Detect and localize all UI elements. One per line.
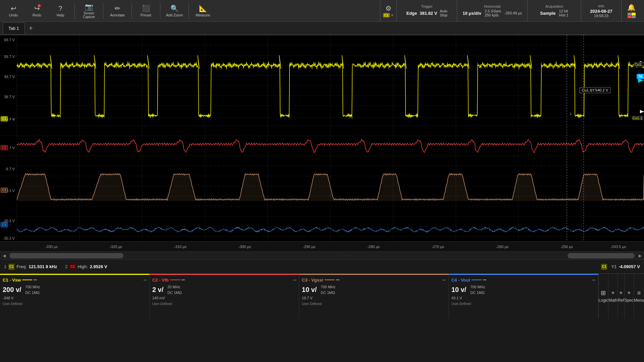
help-icon: ? <box>58 5 62 12</box>
ref-button[interactable]: + Ref <box>618 274 625 318</box>
preset-icon: ⬛ <box>142 4 150 12</box>
ch2-side-label[interactable]: C2 <box>1 145 8 150</box>
annotate-button[interactable]: ✏ Annotate <box>107 1 128 20</box>
info-title: Info <box>598 4 604 8</box>
cursor-up-arrow: ↑ <box>570 62 572 67</box>
separator <box>74 3 75 19</box>
settings-button[interactable]: ⚙ C1 ▼ <box>380 0 397 22</box>
trigger-type: Edge <box>406 11 417 16</box>
acquisition-title: Acquisition <box>545 4 563 8</box>
info-datetime: 2024-08-27 <box>590 9 612 14</box>
scroll-thumb-right[interactable] <box>568 253 635 258</box>
meas-item-1: 1 C1 Freq: 121.531 8 kHz <box>4 264 57 270</box>
y-label-397: 39.7 V <box>0 95 16 99</box>
scroll-left-button[interactable]: ◀ <box>0 252 8 260</box>
bell-icon: 🔔 <box>627 3 636 11</box>
ch1-card-name: C1 - Vsw <box>3 278 21 283</box>
ch3-card[interactable]: C3 - Vgssr – 10 v/ 700 MHz DC 1MΩ 19.7 V… <box>299 274 449 318</box>
screen-capture-button[interactable]: 📷 ScreenCapture <box>78 1 100 20</box>
ta-badge[interactable]: TA <box>637 74 644 79</box>
info-time: 19:58:23 <box>594 14 608 18</box>
acquisition-hist: Hist 1 <box>559 13 569 17</box>
acquisition-section[interactable]: Acquisition Sample 12 bit Hist 1 <box>527 0 581 22</box>
y-label-n303: -30.3 V <box>0 236 16 240</box>
time-label-270: -270 μs <box>432 245 444 249</box>
cu1-label: Cu1. <box>634 62 643 67</box>
ch1-side-label[interactable]: C1 →→ <box>1 116 15 121</box>
ch4-minus-button[interactable]: – <box>592 277 595 283</box>
time-label-320: -320 μs <box>110 245 122 249</box>
logic-button[interactable]: ⊞ Logic <box>599 274 609 318</box>
add-zoom-button[interactable]: 🔍 Add Zoom <box>164 1 185 20</box>
tab-1[interactable]: Tab 1 <box>3 22 25 34</box>
measure-button[interactable]: 📐 Measure <box>192 1 214 20</box>
measurement-bar: 1 C1 Freq: 121.531 8 kHz 2 C2 High: 2.95… <box>0 259 644 274</box>
info-section[interactable]: Info 2024-08-27 19:58:23 <box>581 0 621 22</box>
scroll-thumb-left[interactable] <box>9 253 123 258</box>
ch3-dash <box>325 280 335 280</box>
time-axis: -330 μs -320 μs -310 μs -300 μs -290 μs … <box>0 241 644 251</box>
preset-button[interactable]: ⬛ Preset <box>135 1 157 20</box>
horizontal-time-div: 10 μs/div <box>463 11 481 16</box>
separator3 <box>131 3 132 19</box>
horizontal-title: Horizontal <box>484 4 501 8</box>
undo-button[interactable]: ↩ Undo <box>3 1 24 20</box>
ch2-dash <box>170 280 180 280</box>
acquisition-mode: Sample <box>540 11 555 16</box>
meas-item-2: 2 C2 High: 2.9526 V <box>65 264 107 270</box>
ch1-dash2 <box>34 280 37 280</box>
math-button[interactable]: + Math <box>608 274 618 318</box>
ch3-side-label[interactable]: C3 <box>1 188 8 193</box>
cursor-annotation: Cu1 ΔY:540.2 V <box>580 87 610 93</box>
annotate-icon: ✏ <box>115 4 120 12</box>
ch1-card-vals: 200 v/ 700 MHz DC 1MΩ -348 V User-Define… <box>3 284 147 307</box>
spec-button[interactable]: + Spec <box>625 274 634 318</box>
ch4-dash <box>472 280 482 280</box>
meas-1-value: 121.531 8 kHz <box>29 264 57 269</box>
meas-y1-value: -4.09057 V <box>619 264 640 269</box>
time-label-310: -310 μs <box>174 245 186 249</box>
ch1-card[interactable]: C1 - Vsw – 200 v/ 700 MHz DC 1MΩ -348 V … <box>0 274 150 318</box>
meas-2-value: 2.9526 V <box>90 264 107 269</box>
meas-y1: Y1 -4.09057 V <box>611 264 640 269</box>
channel1-badge: C1 <box>383 13 390 17</box>
undo-icon: ↩ <box>11 4 16 12</box>
horizontal-section[interactable]: Horizontal 10 μs/div 2.5 GSa/s 250 kpts … <box>457 0 527 22</box>
redo-button[interactable]: ↪ Redo <box>26 1 48 20</box>
trigger-voltage: 381.82 V <box>420 11 437 16</box>
ch4-card-name: C4 - Vout <box>451 278 470 283</box>
measure-icon: 📐 <box>199 4 207 12</box>
notification-button[interactable]: 🔔 <box>621 0 641 22</box>
trigger-section[interactable]: Trigger Edge 381.82 V Auto Stop <box>396 0 457 22</box>
scroll-right-button[interactable]: ▶ <box>636 252 644 260</box>
menu-button[interactable]: ≡ Menu <box>634 274 644 318</box>
scope-area: 69.7 V 59.7 V 49.7 V 39.7 V 29.7 V 7 V -… <box>0 35 644 241</box>
spec-icon: + <box>627 290 631 297</box>
profile-grid <box>628 13 636 18</box>
help-button[interactable]: ? Help <box>50 1 71 20</box>
right-panel-buttons: ⊞ Logic + Math + Ref + Spec ≡ Menu <box>598 274 644 318</box>
ch4-card[interactable]: C4 - Vout – 10 v/ 700 MHz DC 1MΩ 43.1 V … <box>449 274 598 318</box>
trigger-title: Trigger <box>421 4 433 8</box>
ch2-card[interactable]: C2 - Vfb – 2 v/ 20 MHz DC 1MΩ 140 mV Use… <box>150 274 299 318</box>
waveform-canvas <box>0 35 644 241</box>
ch1-minus-button[interactable]: – <box>144 277 147 283</box>
y-label-497: 49.7 V <box>0 75 16 79</box>
ch4-dash2 <box>483 280 486 280</box>
time-label-2435: -243.5 μs <box>610 245 626 249</box>
separator5 <box>189 3 189 19</box>
dropdown-icon: ▼ <box>390 13 394 17</box>
add-tab-button[interactable]: + <box>26 23 36 33</box>
meas-2-label: High: <box>77 264 88 269</box>
ch4-side-label[interactable]: C4 → <box>1 222 12 227</box>
camera-icon: 📷 <box>85 3 93 11</box>
ref-icon: + <box>619 290 623 297</box>
trigger-stop: Stop <box>440 13 447 17</box>
separator4 <box>160 3 160 19</box>
menu-icon: ≡ <box>637 290 641 297</box>
ch3-minus-button[interactable]: – <box>443 277 446 283</box>
trigger-mode: Auto <box>440 9 447 13</box>
time-label-280: -280 μs <box>367 245 380 249</box>
y-label-697: 69.7 V <box>0 38 16 42</box>
ch2-minus-button[interactable]: – <box>293 277 296 283</box>
